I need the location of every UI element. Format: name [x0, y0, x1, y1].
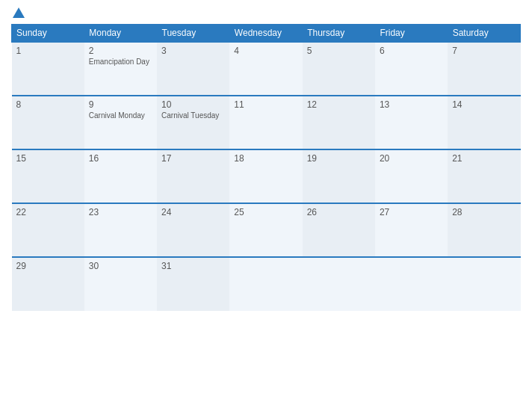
day-number: 25: [234, 207, 297, 217]
calendar-cell: 26: [303, 203, 375, 257]
calendar-week-3: 15161718192021: [12, 149, 521, 203]
calendar-cell: 22: [12, 203, 84, 257]
holiday-label: Emancipation Day: [89, 58, 152, 66]
day-number: 27: [380, 207, 443, 217]
day-number: 29: [16, 261, 80, 271]
calendar-cell: 6: [375, 42, 448, 96]
day-header-tuesday: Tuesday: [157, 25, 229, 43]
day-number: 23: [89, 207, 152, 217]
calendar-cell: 31: [157, 257, 229, 311]
calendar-cell: 30: [84, 257, 157, 311]
day-number: 11: [234, 99, 297, 110]
calendar-cell: 8: [12, 96, 84, 149]
calendar-header-row: SundayMondayTuesdayWednesdayThursdayFrid…: [12, 25, 521, 43]
calendar-cell: 1: [12, 42, 84, 96]
day-header-wednesday: Wednesday: [229, 25, 302, 43]
logo-triangle-icon: [13, 7, 25, 18]
day-number: 14: [452, 99, 516, 110]
day-number: 21: [452, 153, 516, 164]
calendar-cell: 14: [448, 96, 520, 149]
calendar-cell: 18: [229, 149, 302, 203]
day-number: 3: [161, 46, 225, 56]
day-number: 15: [16, 153, 80, 164]
day-header-thursday: Thursday: [303, 25, 375, 43]
day-number: 18: [234, 153, 297, 164]
calendar-cell: [448, 257, 520, 311]
day-number: 5: [307, 46, 371, 56]
calendar-table: SundayMondayTuesdayWednesdayThursdayFrid…: [11, 24, 521, 311]
day-number: 10: [161, 99, 225, 110]
calendar-cell: 19: [303, 149, 375, 203]
day-number: 8: [16, 99, 80, 110]
day-number: 19: [307, 153, 371, 164]
calendar-cell: 20: [375, 149, 448, 203]
day-number: 9: [89, 99, 152, 110]
day-header-saturday: Saturday: [448, 25, 520, 43]
calendar-cell: 29: [12, 257, 84, 311]
day-number: 17: [161, 153, 225, 164]
calendar-cell: [229, 257, 302, 311]
calendar-cell: 7: [448, 42, 520, 96]
day-number: 2: [89, 46, 152, 56]
calendar-cell: [375, 257, 448, 311]
calendar-page: SundayMondayTuesdayWednesdayThursdayFrid…: [0, 0, 532, 411]
calendar-cell: 5: [303, 42, 375, 96]
calendar-cell: 23: [84, 203, 157, 257]
calendar-cell: 25: [229, 203, 302, 257]
day-number: 31: [161, 261, 225, 271]
calendar-cell: 24: [157, 203, 229, 257]
day-number: 16: [89, 153, 152, 164]
day-number: 12: [307, 99, 371, 110]
day-number: 26: [307, 207, 371, 217]
calendar-cell: 27: [375, 203, 448, 257]
calendar-cell: 3: [157, 42, 229, 96]
calendar-cell: 15: [12, 149, 84, 203]
calendar-cell: 13: [375, 96, 448, 149]
day-number: 24: [161, 207, 225, 217]
day-header-friday: Friday: [375, 25, 448, 43]
day-number: 13: [380, 99, 443, 110]
logo: [11, 7, 25, 19]
calendar-week-4: 22232425262728: [12, 203, 521, 257]
day-number: 6: [380, 46, 443, 56]
calendar-cell: 10Carnival Tuesday: [157, 96, 229, 149]
day-number: 1: [16, 46, 80, 56]
calendar-cell: 16: [84, 149, 157, 203]
day-number: 20: [380, 153, 443, 164]
day-header-sunday: Sunday: [12, 25, 84, 43]
calendar-cell: 12: [303, 96, 375, 149]
calendar-cell: 4: [229, 42, 302, 96]
day-number: 28: [452, 207, 516, 217]
calendar-header: [11, 7, 521, 19]
calendar-cell: 9Carnival Monday: [84, 96, 157, 149]
day-number: 4: [234, 46, 297, 56]
calendar-week-2: 89Carnival Monday10Carnival Tuesday11121…: [12, 96, 521, 149]
day-number: 22: [16, 207, 80, 217]
calendar-cell: 2Emancipation Day: [84, 42, 157, 96]
day-header-monday: Monday: [84, 25, 157, 43]
holiday-label: Carnival Tuesday: [161, 111, 225, 120]
day-number: 7: [452, 46, 516, 56]
day-number: 30: [89, 261, 152, 271]
holiday-label: Carnival Monday: [89, 111, 152, 120]
calendar-cell: 17: [157, 149, 229, 203]
calendar-week-1: 12Emancipation Day34567: [12, 42, 521, 96]
calendar-cell: [303, 257, 375, 311]
calendar-week-5: 293031: [12, 257, 521, 311]
calendar-cell: 28: [448, 203, 520, 257]
calendar-cell: 11: [229, 96, 302, 149]
calendar-cell: 21: [448, 149, 520, 203]
